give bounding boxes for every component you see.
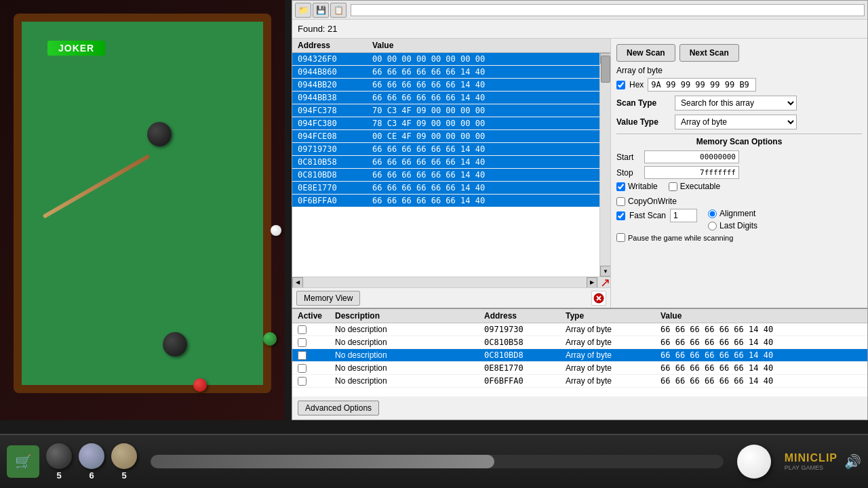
saved-active-checkbox[interactable] [298,338,307,347]
saved-val-cell: 66 66 66 66 66 66 14 40 [660,363,862,373]
advanced-options-bar: Advanced Options [292,396,867,420]
taskbar-ball-1: 5 [46,443,72,481]
scan-row[interactable]: 0944BB2066 66 66 66 66 66 14 40 [292,79,599,92]
stop-input[interactable] [644,166,739,179]
scan-row[interactable]: 094FC38078 C3 4F 09 00 00 00 00 [292,117,599,130]
scan-addr-cell: 094FC378 [298,106,372,115]
saved-active-cell[interactable] [298,338,335,347]
scan-row[interactable]: 0C810B5866 66 66 66 66 66 14 40 [292,156,599,169]
start-input[interactable] [644,150,739,163]
pool-table: JOKER [14,14,271,393]
scan-table-header: Address Value [292,39,610,53]
pause-scan-label: Pause the game while scanning [628,234,733,242]
scan-addr-cell: 0944BB20 [298,80,372,89]
scan-table-body[interactable]: 094326F000 00 00 00 00 00 00 000944B8606… [292,53,599,277]
executable-checkbox[interactable] [669,182,677,191]
saved-col-active-header: Active [298,311,335,321]
volume-icon[interactable]: 🔊 [844,453,861,470]
fast-scan-input[interactable] [670,209,697,222]
saved-val-cell: 66 66 66 66 66 66 14 40 [660,376,862,386]
saved-col-addr-header: Address [484,311,566,321]
h-scrollbar[interactable]: ◀ ▶ ↗ [292,277,610,287]
scan-addr-cell: 0C810B58 [298,157,372,167]
writable-checkbox[interactable] [616,182,625,191]
miniclip-sub: PLAY GAMES [785,464,837,471]
scan-val-cell: 66 66 66 66 66 66 14 40 [372,170,594,180]
h-scroll-left-btn[interactable]: ◀ [292,277,303,288]
taskbar-cart-icon[interactable]: 🛒 [7,445,39,478]
scan-row[interactable]: 094FC37870 C3 4F 09 00 00 00 00 [292,104,599,117]
writable-executable-row: Writable Executable [616,182,862,194]
scan-row[interactable]: 094FCE0800 CE 4F 09 00 00 00 00 [292,130,599,143]
scan-addr-cell: 0944B860 [298,67,372,77]
scan-addr-cell: 094FCE08 [298,131,372,141]
toolbar-open-btn[interactable]: 📁 [295,3,311,18]
saved-type-cell: Array of byte [566,363,660,373]
scan-addr-cell: 094FC380 [298,119,372,128]
saved-desc-cell: No description [335,325,484,334]
saved-active-cell[interactable] [298,377,335,386]
stop-scan-btn[interactable] [591,291,606,306]
arrow-pointer-icon[interactable]: ↗ [600,275,610,290]
miniclip-branding: MINICLIP PLAY GAMES [785,452,837,471]
saved-row[interactable]: No description 0C810BD8 Array of byte 66… [292,349,867,362]
scan-type-select[interactable]: Search for this array [675,96,797,110]
new-scan-btn[interactable]: New Scan [616,44,675,62]
toolbar-input[interactable] [351,4,865,16]
scan-row[interactable]: 0944B86066 66 66 66 66 66 14 40 [292,66,599,79]
saved-active-checkbox[interactable] [298,364,307,373]
ce-bottom: Active Description Address Type Value No… [292,308,867,420]
saved-active-cell[interactable] [298,364,335,373]
executable-row: Executable [669,182,720,191]
scan-row[interactable]: 0E8E177066 66 66 66 66 66 14 40 [292,182,599,195]
fast-scan-checkbox[interactable] [616,211,625,220]
advanced-options-btn[interactable]: Advanced Options [298,401,379,415]
pause-scan-row: Pause the game while scanning [616,233,862,242]
scan-val-cell: 00 00 00 00 00 00 00 00 [372,54,594,64]
toolbar-paste-btn[interactable]: 📋 [330,3,347,18]
pause-scan-checkbox[interactable] [616,233,625,242]
saved-row[interactable]: No description 09719730 Array of byte 66… [292,323,867,336]
hex-checkbox[interactable] [616,81,625,89]
memory-view-bar: Memory View [292,287,610,308]
cue-ball-display [737,445,771,479]
next-scan-btn[interactable]: Next Scan [679,44,739,62]
scan-buttons-row: New Scan Next Scan [616,44,862,62]
saved-row[interactable]: No description 0E8E1770 Array of byte 66… [292,362,867,375]
last-digits-radio[interactable] [708,222,717,230]
array-of-byte-row: Array of byte [616,66,862,75]
fast-scan-row: Fast Scan [616,209,697,222]
scan-scrollbar[interactable]: ▲ ▼ [599,53,610,277]
scan-row[interactable]: 0944BB3866 66 66 66 66 66 14 40 [292,92,599,104]
saved-type-cell: Array of byte [566,376,660,386]
fast-scan-group: Fast Scan [616,209,697,222]
scan-row[interactable]: 0971973066 66 66 66 66 66 14 40 [292,143,599,156]
scroll-thumb[interactable] [601,56,610,83]
memory-view-btn[interactable]: Memory View [296,291,360,306]
saved-active-checkbox[interactable] [298,351,307,360]
copyonwrite-checkbox[interactable] [616,197,625,206]
saved-active-cell[interactable] [298,325,335,334]
h-scroll-right-btn[interactable]: ▶ [587,277,597,288]
hex-input[interactable] [648,78,756,92]
saved-addr-cell: 09719730 [484,325,566,334]
saved-active-cell[interactable] [298,351,335,360]
saved-type-cell: Array of byte [566,350,660,360]
ball-red [193,378,207,392]
saved-row[interactable]: No description 0C810B58 Array of byte 66… [292,336,867,349]
toolbar-save-btn[interactable]: 💾 [313,3,329,18]
scan-row[interactable]: 094326F000 00 00 00 00 00 00 00 [292,53,599,66]
scan-row[interactable]: 0F6BFFA066 66 66 66 66 66 14 40 [292,195,599,207]
saved-row[interactable]: No description 0F6BFFA0 Array of byte 66… [292,375,867,388]
saved-val-cell: 66 66 66 66 66 66 14 40 [660,325,862,334]
saved-table-body[interactable]: No description 09719730 Array of byte 66… [292,323,867,396]
value-type-select[interactable]: Array of byte [675,115,797,129]
scan-results: Address Value 094326F000 00 00 00 00 00 … [292,39,611,308]
saved-active-checkbox[interactable] [298,377,307,386]
scan-row[interactable]: 0C810BD866 66 66 66 66 66 14 40 [292,169,599,182]
alignment-radio[interactable] [708,209,717,218]
saved-val-cell: 66 66 66 66 66 66 14 40 [660,338,862,347]
array-of-byte-label: Array of byte [616,66,663,75]
saved-active-checkbox[interactable] [298,325,307,334]
saved-type-cell: Array of byte [566,338,660,347]
